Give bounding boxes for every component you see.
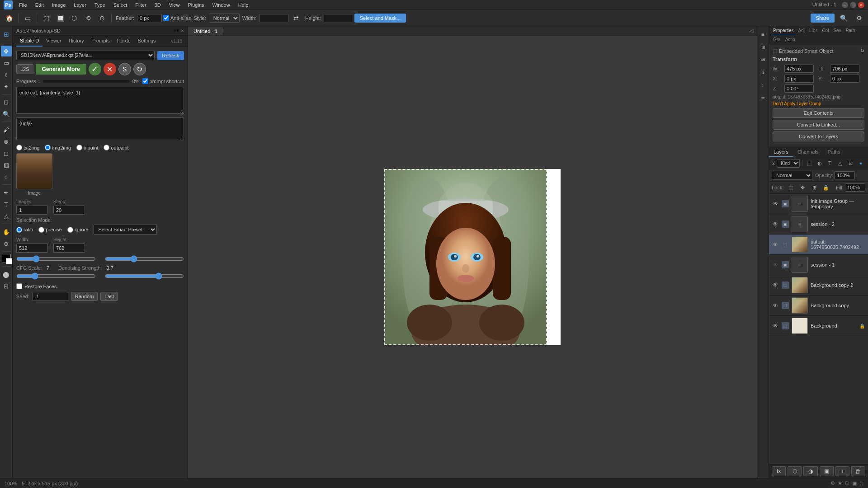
props-angle-input[interactable] xyxy=(784,84,814,93)
model-select[interactable]: SD15NewVAEpruned.ckpt [27a4a... xyxy=(16,51,155,60)
precise-radio[interactable]: precise xyxy=(38,227,61,233)
menu-layer[interactable]: Layer xyxy=(70,1,90,9)
prop-tab-properties[interactable]: Properties xyxy=(771,26,796,35)
opacity-input[interactable] xyxy=(835,171,855,179)
denoising-slider[interactable] xyxy=(105,272,184,280)
crop-tool[interactable]: ⊡ xyxy=(1,97,12,108)
l2s-button[interactable]: L2S xyxy=(16,64,33,74)
layer-pixel-icon[interactable]: ⬚ xyxy=(805,159,814,168)
tool-5[interactable]: ⊙ xyxy=(96,12,108,24)
hand-tool[interactable]: ✋ xyxy=(1,226,12,237)
height-slider[interactable] xyxy=(105,255,184,263)
menu-help[interactable]: Help xyxy=(235,1,252,9)
fill-input[interactable] xyxy=(845,183,865,192)
props-w-input[interactable] xyxy=(784,65,814,73)
style-select[interactable]: Normal xyxy=(209,14,240,23)
layer-item[interactable]: 👁 ⬚ Background copy 2 xyxy=(769,275,868,296)
cfg-slider[interactable] xyxy=(16,272,96,280)
ratio-radio[interactable]: ratio xyxy=(16,227,33,233)
convert-linked-button[interactable]: Convert to Linked... xyxy=(773,120,864,130)
refresh-button[interactable]: Refresh xyxy=(157,51,184,60)
feather-input[interactable] xyxy=(137,14,162,22)
prop-tab-path[interactable]: Path xyxy=(844,26,858,35)
lock-pixels-icon[interactable]: ⬚ xyxy=(786,183,795,192)
brush-tool[interactable]: 🖌 xyxy=(1,124,12,135)
last-button[interactable]: Last xyxy=(100,292,118,301)
layer-item[interactable]: 👁 ▣ ⊞ session - 1 xyxy=(769,255,868,275)
refresh-icon-btn[interactable]: ↻ xyxy=(133,63,146,75)
layer-adjust-icon[interactable]: ◐ xyxy=(815,159,824,168)
prop-tab-actio[interactable]: Actio xyxy=(783,35,797,44)
status-icon-1[interactable]: ⚙ xyxy=(830,480,835,486)
layer-group-button[interactable]: ▣ xyxy=(820,466,834,476)
background-color[interactable] xyxy=(6,258,12,264)
prop-tab-col[interactable]: Col xyxy=(820,26,831,35)
layer-visibility-5[interactable]: 👁 xyxy=(772,282,779,289)
layer-item[interactable]: 👁 ⬚ output: 1674950635.7402492 xyxy=(769,235,868,255)
tool-2[interactable]: 🔲 xyxy=(54,12,66,24)
layer-text-icon[interactable]: T xyxy=(826,159,835,168)
wh-height-input[interactable] xyxy=(53,244,85,253)
negative-prompt[interactable]: {ugly} xyxy=(16,117,184,140)
blend-mode-select[interactable]: Normal xyxy=(772,171,812,180)
status-icon-5[interactable]: ◻ xyxy=(859,480,863,486)
screen-mode-tool[interactable]: ⊞ xyxy=(1,281,12,291)
selection-rect-icon[interactable]: ▭ xyxy=(21,12,34,24)
outpaint-radio[interactable]: outpaint xyxy=(104,145,128,150)
layer-visibility-3[interactable]: 👁 xyxy=(772,241,779,248)
search-icon[interactable]: 🔍 xyxy=(837,12,850,24)
right-icon-6[interactable]: ✏ xyxy=(758,92,769,103)
width-slider[interactable] xyxy=(16,255,96,263)
layer-visibility-6[interactable]: 👁 xyxy=(772,302,779,309)
menu-type[interactable]: Type xyxy=(91,1,109,9)
tool-4[interactable]: ⟲ xyxy=(82,12,94,24)
layer-item[interactable]: 👁 ▣ ⊞ Init Image Group — temporary xyxy=(769,194,868,214)
menu-window[interactable]: Window xyxy=(209,1,234,9)
edit-contents-button[interactable]: Edit Contents xyxy=(773,108,864,118)
layer-shape-icon[interactable]: △ xyxy=(835,159,844,168)
tab-history[interactable]: History xyxy=(65,36,88,47)
ap-panel-close[interactable]: × xyxy=(181,28,184,33)
prop-tab-sev[interactable]: Sev xyxy=(831,26,843,35)
tool-1[interactable]: ⬚ xyxy=(40,12,52,24)
menu-select[interactable]: Select xyxy=(110,1,131,9)
txt2img-radio[interactable]: txt2img xyxy=(16,145,39,150)
kind-select[interactable]: Kind xyxy=(777,159,800,168)
inpaint-radio[interactable]: inpaint xyxy=(76,145,98,150)
layer-filter-off[interactable]: ● xyxy=(856,159,865,168)
props-refresh-icon[interactable]: ↻ xyxy=(860,48,864,54)
path-tool[interactable]: △ xyxy=(1,211,12,221)
smart-preset-select[interactable]: Select Smart Preset xyxy=(94,225,157,235)
menu-filter[interactable]: Filter xyxy=(132,1,150,9)
menu-view[interactable]: View xyxy=(165,1,184,9)
swap-icon[interactable]: ⇄ xyxy=(290,12,302,24)
menu-image[interactable]: Image xyxy=(48,1,70,9)
select-mask-button[interactable]: Select and Mask... xyxy=(354,14,406,23)
lock-artboard-icon[interactable]: ⊞ xyxy=(810,183,819,192)
generate-button[interactable]: Generate More xyxy=(36,64,86,75)
move-tool[interactable]: ✥ xyxy=(1,46,12,56)
gradient-tool[interactable]: ▨ xyxy=(1,160,12,170)
width-input[interactable] xyxy=(259,14,288,22)
dodge-tool[interactable]: ○ xyxy=(1,171,12,182)
prop-tab-adj[interactable]: Adj xyxy=(796,26,807,35)
home-icon[interactable]: 🏠 xyxy=(3,12,15,24)
eyedropper-tool[interactable]: 🔍 xyxy=(1,108,12,119)
lasso-tool[interactable]: ℓ xyxy=(1,69,12,80)
image-thumbnail[interactable] xyxy=(16,153,52,189)
menu-plugins[interactable]: Plugins xyxy=(184,1,208,9)
layer-delete-button[interactable]: 🗑 xyxy=(851,466,865,476)
layer-item[interactable]: 👁 ⬚ Background copy xyxy=(769,296,868,316)
props-h-input[interactable] xyxy=(830,65,859,73)
tab-viewer[interactable]: Viewer xyxy=(42,36,65,47)
ignore-radio[interactable]: ignore xyxy=(67,227,89,233)
right-icon-4[interactable]: ℹ xyxy=(758,67,769,78)
layer-smart-icon[interactable]: ⊡ xyxy=(846,159,855,168)
settings-icon[interactable]: ⚙ xyxy=(853,12,865,24)
menu-3d[interactable]: 3D xyxy=(151,1,165,9)
images-input[interactable] xyxy=(16,206,48,215)
right-icon-5[interactable]: ↕ xyxy=(758,80,769,90)
stamp-tool[interactable]: ⊗ xyxy=(1,136,12,147)
prompt-shortcut-checkbox[interactable] xyxy=(142,78,148,84)
quick-mask-tool[interactable]: ⬤ xyxy=(1,269,12,280)
